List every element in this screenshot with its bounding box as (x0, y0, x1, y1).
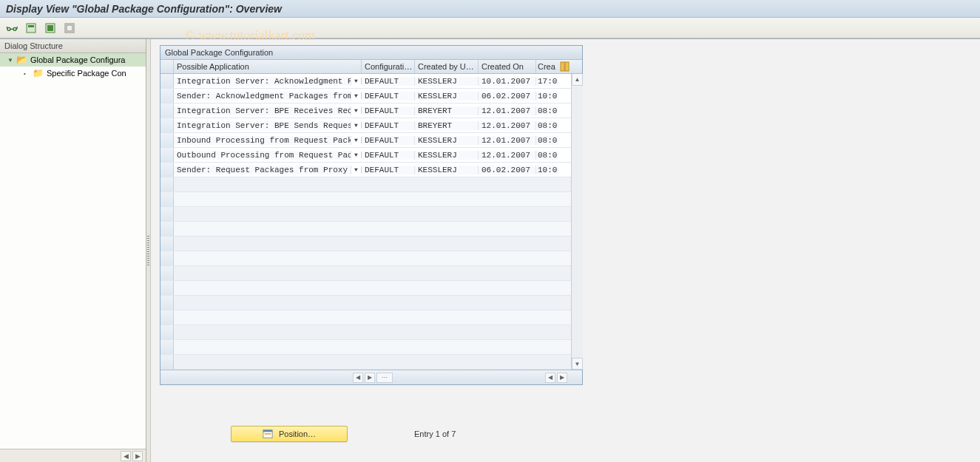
app-toolbar (0, 18, 980, 38)
grid-footer-bar: Position… Entry 1 of 7 (148, 426, 592, 442)
table-row[interactable]: Sender: Request Packages from Proxy t…▼D… (160, 163, 582, 177)
position-button[interactable]: Position… (231, 426, 348, 442)
cell-created-on: 12.01.2007 (479, 151, 536, 160)
deselect-all-icon[interactable] (62, 21, 77, 35)
table-row[interactable]: Outbound Processing from Request Pack…▼D… (160, 148, 582, 163)
select-block-icon[interactable] (24, 21, 38, 35)
col-created-on[interactable]: Created On (479, 60, 536, 73)
table-row-empty (160, 355, 582, 370)
position-button-label: Position… (279, 429, 316, 438)
dialog-structure-tree: ▼ 📂 Global Package Configura • 📁 Specifi… (0, 53, 146, 449)
cell-created-by: KESSLERJ (415, 151, 479, 160)
svg-rect-9 (263, 430, 272, 432)
cell-created-by: KESSLERJ (415, 77, 479, 86)
row-selector (160, 281, 174, 295)
dropdown-icon[interactable]: ▼ (351, 166, 362, 173)
row-selector[interactable] (160, 118, 174, 132)
col-possible-application[interactable]: Possible Application (174, 60, 362, 73)
cell-created-on: 12.01.2007 (479, 106, 536, 115)
table-row[interactable]: Integration Server: BPE Sends Request…▼D… (160, 118, 582, 133)
scroll-down-icon[interactable]: ▼ (572, 358, 583, 370)
chevron-down-icon[interactable]: ▼ (7, 57, 13, 64)
table-row-empty (160, 177, 582, 192)
row-selector (160, 325, 174, 339)
svg-rect-6 (561, 62, 564, 71)
scroll-up-icon[interactable]: ▲ (572, 74, 583, 86)
cell-application[interactable]: Integration Server: BPE Sends Request… (174, 121, 351, 130)
row-selector[interactable] (160, 163, 174, 177)
row-selector[interactable] (160, 103, 174, 118)
col-created-by[interactable]: Created by U… (415, 60, 479, 73)
cell-configuration[interactable]: DEFAULT (362, 166, 415, 174)
tree-item-specific-package[interactable]: • 📁 Specific Package Con (0, 67, 146, 80)
cell-application[interactable]: Sender: Request Packages from Proxy t… (174, 166, 351, 174)
row-selector (160, 207, 174, 221)
col-row-selector (160, 60, 174, 73)
dropdown-icon[interactable]: ▼ (351, 152, 362, 158)
scroll-left-icon[interactable]: ◀ (121, 451, 131, 461)
cell-created-by: KESSLERJ (415, 166, 479, 174)
dropdown-icon[interactable]: ▼ (351, 92, 362, 99)
cell-created-on: 12.01.2007 (479, 121, 536, 130)
scroll-left-icon[interactable]: ◀ (545, 373, 555, 383)
cell-application[interactable]: Outbound Processing from Request Pack… (174, 151, 351, 160)
svg-rect-10 (265, 433, 271, 435)
cell-application[interactable]: Sender: Acknowledgment Packages from … (174, 92, 351, 101)
tree-item-label: Global Package Configura (30, 55, 125, 64)
svg-rect-0 (27, 24, 36, 33)
cell-application[interactable]: Inbound Processing from Request Packa… (174, 136, 351, 145)
row-selector (160, 222, 174, 236)
tree-bullet-icon: • (24, 70, 30, 77)
table-row-empty (160, 281, 582, 296)
cell-application[interactable]: Integration Server: BPE Receives Requ… (174, 106, 351, 115)
col-configuration[interactable]: Configurati… (362, 60, 415, 73)
svg-rect-3 (47, 25, 53, 31)
cell-configuration[interactable]: DEFAULT (362, 106, 415, 115)
row-selector[interactable] (160, 74, 174, 88)
row-selector[interactable] (160, 89, 174, 103)
cell-configuration[interactable]: DEFAULT (362, 92, 415, 101)
grid-vscroll[interactable]: ▲ ▼ (571, 74, 583, 370)
cell-created-on: 10.01.2007 (479, 77, 536, 86)
table-row-empty (160, 251, 582, 266)
table-row-empty (160, 192, 582, 207)
cell-created-time: 08:0 (536, 106, 558, 115)
row-selector[interactable] (160, 148, 174, 162)
table-row[interactable]: Integration Server: BPE Receives Requ…▼D… (160, 103, 582, 118)
tree-item-global-package[interactable]: ▼ 📂 Global Package Configura (0, 53, 146, 67)
scroll-right-icon[interactable]: ▶ (557, 373, 567, 383)
dropdown-icon[interactable]: ▼ (351, 137, 362, 143)
cell-configuration[interactable]: DEFAULT (362, 121, 415, 130)
cell-application[interactable]: Integration Server: Acknowledgment Pa… (174, 77, 351, 86)
table-row-empty (160, 325, 582, 340)
col-created-time[interactable]: Crea (536, 60, 558, 73)
cell-created-time: 08:0 (536, 121, 558, 130)
scroll-right-icon[interactable]: ▶ (365, 373, 375, 383)
dropdown-icon[interactable]: ▼ (351, 78, 362, 84)
row-selector (160, 251, 174, 265)
cell-configuration[interactable]: DEFAULT (362, 136, 415, 145)
row-selector (160, 296, 174, 310)
table-row[interactable]: Sender: Acknowledgment Packages from …▼D… (160, 89, 582, 103)
glasses-icon[interactable] (4, 21, 19, 35)
table-row-empty (160, 296, 582, 310)
scroll-left-icon[interactable]: ◀ (353, 373, 363, 383)
row-selector (160, 237, 174, 251)
table-row[interactable]: Integration Server: Acknowledgment Pa…▼D… (160, 74, 582, 89)
cell-configuration[interactable]: DEFAULT (362, 77, 415, 86)
dropdown-icon[interactable]: ▼ (351, 107, 362, 114)
scroll-right-icon[interactable]: ▶ (132, 451, 143, 461)
cell-configuration[interactable]: DEFAULT (362, 151, 415, 160)
row-selector[interactable] (160, 133, 174, 147)
column-config-icon[interactable] (558, 60, 572, 73)
folder-open-icon: 📂 (16, 55, 27, 65)
main-split: Dialog Structure ▼ 📂 Global Package Conf… (0, 38, 980, 462)
table-row-empty (160, 266, 582, 281)
cell-created-time: 10:0 (536, 166, 558, 174)
row-selector (160, 177, 174, 191)
table-row[interactable]: Inbound Processing from Request Packa…▼D… (160, 133, 582, 148)
table-row-empty (160, 222, 582, 237)
dropdown-icon[interactable]: ▼ (351, 122, 362, 129)
scroll-config-icon[interactable]: ⋯ (376, 373, 393, 383)
select-all-icon[interactable] (43, 21, 58, 35)
